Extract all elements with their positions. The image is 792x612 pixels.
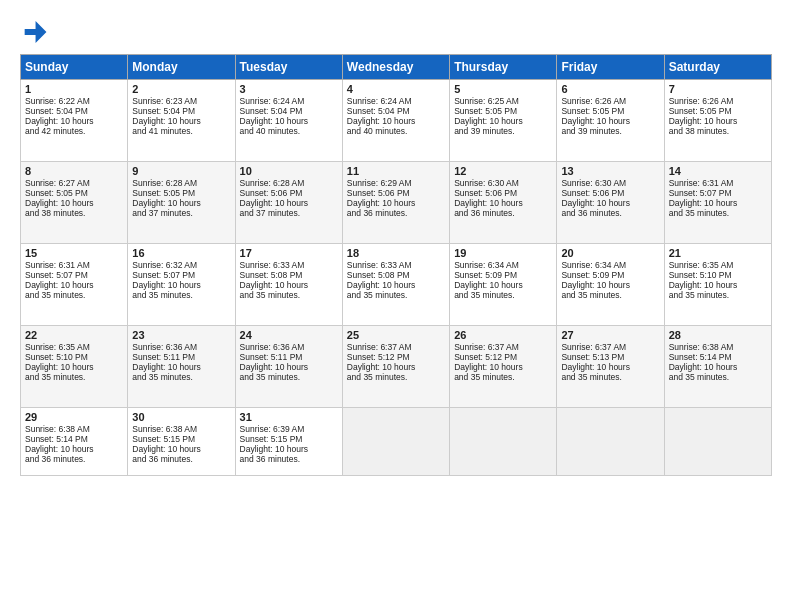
day-info-line: Sunrise: 6:31 AM xyxy=(669,178,767,188)
day-info-line: Sunset: 5:05 PM xyxy=(25,188,123,198)
calendar-cell: 8Sunrise: 6:27 AMSunset: 5:05 PMDaylight… xyxy=(21,162,128,244)
day-info-line: Daylight: 10 hours xyxy=(561,362,659,372)
day-info-line: Sunset: 5:07 PM xyxy=(669,188,767,198)
week-row-2: 8Sunrise: 6:27 AMSunset: 5:05 PMDaylight… xyxy=(21,162,772,244)
calendar-cell: 20Sunrise: 6:34 AMSunset: 5:09 PMDayligh… xyxy=(557,244,664,326)
day-info-line: Sunset: 5:10 PM xyxy=(669,270,767,280)
day-info-line: Daylight: 10 hours xyxy=(669,280,767,290)
day-info-line: and 35 minutes. xyxy=(454,372,552,382)
calendar-cell xyxy=(342,408,449,476)
day-info-line: Sunrise: 6:29 AM xyxy=(347,178,445,188)
calendar-cell: 5Sunrise: 6:25 AMSunset: 5:05 PMDaylight… xyxy=(450,80,557,162)
day-info-line: Sunset: 5:04 PM xyxy=(132,106,230,116)
day-info-line: and 39 minutes. xyxy=(454,126,552,136)
calendar-cell: 31Sunrise: 6:39 AMSunset: 5:15 PMDayligh… xyxy=(235,408,342,476)
week-row-4: 22Sunrise: 6:35 AMSunset: 5:10 PMDayligh… xyxy=(21,326,772,408)
day-number: 25 xyxy=(347,329,445,341)
day-info-line: Sunrise: 6:22 AM xyxy=(25,96,123,106)
day-info-line: Daylight: 10 hours xyxy=(132,198,230,208)
day-number: 20 xyxy=(561,247,659,259)
day-info-line: Sunset: 5:07 PM xyxy=(132,270,230,280)
day-info-line: and 35 minutes. xyxy=(669,290,767,300)
calendar-cell: 6Sunrise: 6:26 AMSunset: 5:05 PMDaylight… xyxy=(557,80,664,162)
day-number: 14 xyxy=(669,165,767,177)
day-info-line: Sunrise: 6:31 AM xyxy=(25,260,123,270)
day-info-line: and 35 minutes. xyxy=(25,372,123,382)
day-number: 2 xyxy=(132,83,230,95)
day-info-line: and 35 minutes. xyxy=(454,290,552,300)
day-info-line: Sunrise: 6:30 AM xyxy=(454,178,552,188)
day-info-line: Sunrise: 6:28 AM xyxy=(132,178,230,188)
day-number: 19 xyxy=(454,247,552,259)
day-info-line: Sunrise: 6:28 AM xyxy=(240,178,338,188)
calendar-cell: 4Sunrise: 6:24 AMSunset: 5:04 PMDaylight… xyxy=(342,80,449,162)
day-number: 12 xyxy=(454,165,552,177)
day-info-line: Sunset: 5:11 PM xyxy=(132,352,230,362)
day-info-line: Sunset: 5:08 PM xyxy=(347,270,445,280)
day-info-line: Daylight: 10 hours xyxy=(669,116,767,126)
calendar-cell: 13Sunrise: 6:30 AMSunset: 5:06 PMDayligh… xyxy=(557,162,664,244)
day-info-line: Daylight: 10 hours xyxy=(454,198,552,208)
day-info-line: and 35 minutes. xyxy=(132,372,230,382)
day-number: 3 xyxy=(240,83,338,95)
day-info-line: and 38 minutes. xyxy=(669,126,767,136)
day-info-line: Sunset: 5:12 PM xyxy=(347,352,445,362)
day-info-line: Daylight: 10 hours xyxy=(25,198,123,208)
day-info-line: Sunrise: 6:25 AM xyxy=(454,96,552,106)
day-info-line: and 35 minutes. xyxy=(25,290,123,300)
day-info-line: Daylight: 10 hours xyxy=(240,362,338,372)
calendar-cell: 24Sunrise: 6:36 AMSunset: 5:11 PMDayligh… xyxy=(235,326,342,408)
day-info-line: Daylight: 10 hours xyxy=(240,444,338,454)
weekday-header-row: SundayMondayTuesdayWednesdayThursdayFrid… xyxy=(21,55,772,80)
day-number: 9 xyxy=(132,165,230,177)
day-info-line: Daylight: 10 hours xyxy=(240,280,338,290)
day-info-line: Sunrise: 6:38 AM xyxy=(669,342,767,352)
calendar-cell: 12Sunrise: 6:30 AMSunset: 5:06 PMDayligh… xyxy=(450,162,557,244)
day-info-line: Daylight: 10 hours xyxy=(561,198,659,208)
calendar-cell: 18Sunrise: 6:33 AMSunset: 5:08 PMDayligh… xyxy=(342,244,449,326)
day-info-line: and 36 minutes. xyxy=(25,454,123,464)
day-number: 4 xyxy=(347,83,445,95)
day-number: 7 xyxy=(669,83,767,95)
calendar-cell: 14Sunrise: 6:31 AMSunset: 5:07 PMDayligh… xyxy=(664,162,771,244)
day-info-line: Sunset: 5:06 PM xyxy=(561,188,659,198)
day-info-line: Sunset: 5:07 PM xyxy=(25,270,123,280)
day-info-line: Sunset: 5:06 PM xyxy=(454,188,552,198)
calendar-cell: 27Sunrise: 6:37 AMSunset: 5:13 PMDayligh… xyxy=(557,326,664,408)
day-info-line: Sunrise: 6:33 AM xyxy=(240,260,338,270)
day-info-line: Daylight: 10 hours xyxy=(25,116,123,126)
day-info-line: Sunrise: 6:36 AM xyxy=(240,342,338,352)
day-info-line: Sunrise: 6:37 AM xyxy=(347,342,445,352)
day-info-line: Sunset: 5:06 PM xyxy=(240,188,338,198)
day-info-line: and 35 minutes. xyxy=(132,290,230,300)
day-info-line: Daylight: 10 hours xyxy=(347,116,445,126)
day-info-line: Daylight: 10 hours xyxy=(240,116,338,126)
day-info-line: and 41 minutes. xyxy=(132,126,230,136)
day-info-line: Daylight: 10 hours xyxy=(561,280,659,290)
calendar-cell: 26Sunrise: 6:37 AMSunset: 5:12 PMDayligh… xyxy=(450,326,557,408)
day-info-line: Sunrise: 6:35 AM xyxy=(25,342,123,352)
calendar-cell: 16Sunrise: 6:32 AMSunset: 5:07 PMDayligh… xyxy=(128,244,235,326)
day-info-line: Sunrise: 6:38 AM xyxy=(132,424,230,434)
day-info-line: Sunset: 5:05 PM xyxy=(561,106,659,116)
day-info-line: Sunrise: 6:23 AM xyxy=(132,96,230,106)
day-info-line: Sunset: 5:11 PM xyxy=(240,352,338,362)
calendar-cell xyxy=(557,408,664,476)
calendar-cell: 23Sunrise: 6:36 AMSunset: 5:11 PMDayligh… xyxy=(128,326,235,408)
day-info-line: Sunrise: 6:30 AM xyxy=(561,178,659,188)
day-info-line: Sunrise: 6:26 AM xyxy=(669,96,767,106)
day-number: 28 xyxy=(669,329,767,341)
day-info-line: Sunset: 5:09 PM xyxy=(561,270,659,280)
day-number: 24 xyxy=(240,329,338,341)
day-info-line: Sunrise: 6:34 AM xyxy=(454,260,552,270)
calendar-cell: 28Sunrise: 6:38 AMSunset: 5:14 PMDayligh… xyxy=(664,326,771,408)
day-number: 5 xyxy=(454,83,552,95)
calendar-cell: 22Sunrise: 6:35 AMSunset: 5:10 PMDayligh… xyxy=(21,326,128,408)
weekday-header-saturday: Saturday xyxy=(664,55,771,80)
calendar-cell: 11Sunrise: 6:29 AMSunset: 5:06 PMDayligh… xyxy=(342,162,449,244)
calendar-cell xyxy=(450,408,557,476)
day-info-line: and 38 minutes. xyxy=(25,208,123,218)
day-info-line: Sunrise: 6:27 AM xyxy=(25,178,123,188)
day-number: 18 xyxy=(347,247,445,259)
day-info-line: and 40 minutes. xyxy=(240,126,338,136)
